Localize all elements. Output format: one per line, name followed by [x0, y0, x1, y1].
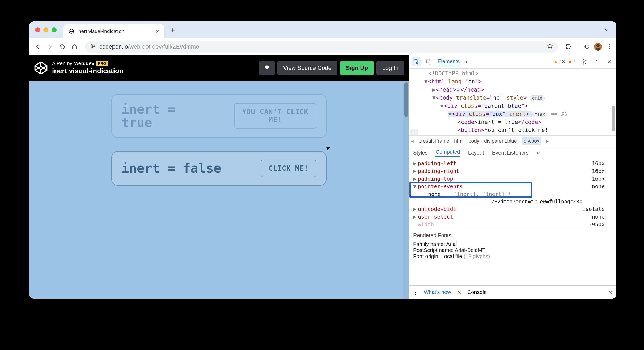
- page-viewport: A Pen by web.dev PRO inert visual-indica…: [29, 55, 409, 299]
- love-button[interactable]: [259, 61, 275, 75]
- svg-rect-16: [429, 61, 431, 64]
- window-traffic-lights: [35, 27, 57, 32]
- svg-point-9: [596, 44, 600, 47]
- computed-props[interactable]: ▶padding-left16px ▶padding-right16px ▶pa…: [409, 159, 616, 229]
- profile-avatar[interactable]: [594, 43, 602, 51]
- svg-point-8: [91, 46, 93, 48]
- inert-false-button[interactable]: CLICK ME!: [261, 160, 316, 177]
- address-bar[interactable]: codepen.io/web-dot-dev/full/ZEvdmmo: [85, 41, 558, 53]
- font-family-row: Family name: Arial: [413, 241, 612, 247]
- crumbs-scroll-right[interactable]: ▸: [546, 138, 549, 144]
- site-info-icon[interactable]: [90, 43, 96, 50]
- layout-tab[interactable]: Layout: [468, 150, 484, 156]
- tab-title: inert visual-indication: [77, 28, 152, 34]
- issues-count[interactable]: ■7: [569, 59, 575, 65]
- back-button[interactable]: [34, 43, 41, 50]
- prop-row: ▶padding-right16px: [409, 167, 616, 175]
- close-window-button[interactable]: [35, 27, 40, 32]
- home-button[interactable]: [71, 43, 78, 50]
- highlight-box: [409, 182, 532, 198]
- separator: [578, 43, 578, 50]
- svg-rect-10: [596, 48, 600, 51]
- browser-tab[interactable]: inert visual-indication ✕: [63, 24, 164, 38]
- inspect-element-button[interactable]: [412, 57, 421, 66]
- rendered-fonts-title: Rendered Fonts: [413, 232, 612, 238]
- svg-point-17: [583, 61, 584, 63]
- computed-tab[interactable]: Computed: [435, 149, 460, 157]
- crumb-parent[interactable]: div.parent.blue: [484, 138, 517, 144]
- elements-tab[interactable]: Elements: [437, 57, 460, 66]
- extensions-button[interactable]: [565, 43, 572, 50]
- devtools-drawer: ⋮ What's new ✕ Console ✕: [409, 285, 616, 299]
- crumbs-scroll-left[interactable]: ◂: [411, 138, 414, 144]
- google-account-icon[interactable]: G: [584, 43, 589, 50]
- browser-toolbar: codepen.io/web-dot-dev/full/ZEvdmmo G ⋮: [29, 38, 616, 55]
- styles-subtabs: Styles Computed Layout Event Listeners »: [409, 147, 616, 159]
- chrome-window: inert visual-indication ✕ ＋ codepen.io/w…: [29, 21, 616, 299]
- devtools-close-button[interactable]: ✕: [605, 57, 614, 66]
- codepen-header: A Pen by web.dev PRO inert visual-indica…: [29, 55, 409, 81]
- content-split: A Pen by web.dev PRO inert visual-indica…: [29, 55, 616, 299]
- mouse-cursor-icon: ➤: [324, 143, 332, 152]
- devtools-menu-button[interactable]: ⋮: [592, 57, 601, 66]
- device-toolbar-button[interactable]: [424, 57, 433, 66]
- tabs-dropdown-button[interactable]: [600, 24, 612, 36]
- prop-row: ▶user-selectnone: [409, 213, 616, 221]
- crumb-box[interactable]: div.box: [522, 137, 541, 145]
- warning-icon: ▲: [553, 59, 558, 65]
- pen-name: inert visual-indication: [52, 67, 124, 76]
- devtools-scrollbar-thumb[interactable]: [612, 106, 615, 131]
- byline-prefix: A Pen by: [52, 60, 72, 67]
- new-tab-button[interactable]: ＋: [169, 25, 176, 35]
- crumb-iframe[interactable]: :.result-iframe: [418, 138, 449, 144]
- inert-true-box: inert =true YOU CAN'T CLICKME!: [111, 94, 327, 138]
- more-tabs-button[interactable]: »: [464, 58, 467, 65]
- whats-new-close[interactable]: ✕: [457, 289, 461, 296]
- codepen-logo-icon[interactable]: [33, 61, 48, 75]
- reload-button[interactable]: [58, 43, 66, 50]
- view-source-button[interactable]: View Source Code: [277, 61, 337, 75]
- prop-row: ▶padding-left16px: [409, 160, 616, 167]
- prop-row: width395px: [409, 221, 616, 228]
- devtools-body: <!DOCTYPE html> ▼<html lang="en"> ▶<head…: [409, 69, 616, 299]
- devtools-panel: Elements » ▲13 ■7 ⋮ ✕ <!DOCTYPE html> ▼<…: [409, 55, 616, 299]
- dom-overflow-indicator: ⋯: [410, 129, 418, 135]
- pen-author-link[interactable]: web.dev: [74, 60, 94, 67]
- signup-button[interactable]: Sign Up: [340, 61, 374, 75]
- dom-tree[interactable]: <!DOCTYPE html> ▼<html lang="en"> ▶<head…: [409, 69, 616, 136]
- page-scrollbar-thumb[interactable]: [404, 82, 408, 117]
- issue-icon: ■: [569, 59, 571, 65]
- styles-more-tabs[interactable]: »: [537, 149, 540, 156]
- chevron-down-icon: [604, 27, 609, 32]
- pen-title-block: A Pen by web.dev PRO inert visual-indica…: [52, 60, 124, 76]
- console-tab[interactable]: Console: [467, 289, 487, 295]
- warnings-count[interactable]: ▲13: [553, 59, 565, 65]
- prop-source-link[interactable]: ZEvdmmo?anon=tr…ew=fullpage:30: [472, 198, 616, 206]
- heart-icon: [264, 64, 270, 70]
- event-listeners-tab[interactable]: Event Listeners: [492, 150, 529, 156]
- tab-close-icon[interactable]: ✕: [156, 28, 160, 34]
- chrome-menu-button[interactable]: ⋮: [607, 43, 612, 50]
- login-button[interactable]: Log In: [376, 61, 404, 75]
- devtools-settings-button[interactable]: [579, 57, 588, 66]
- rendered-fonts-section: Rendered Fonts Family name: Arial PostSc…: [409, 229, 616, 263]
- crumb-html[interactable]: html: [454, 138, 464, 144]
- grid-badge[interactable]: grid: [530, 95, 545, 101]
- minimize-window-button[interactable]: [43, 27, 48, 32]
- breadcrumbs[interactable]: ◂ :.result-iframe html body div.parent.b…: [409, 136, 616, 147]
- whats-new-tab[interactable]: What's new: [424, 289, 451, 295]
- tabstrip: inert visual-indication ✕ ＋: [29, 21, 616, 38]
- bookmark-star-icon[interactable]: [547, 43, 553, 51]
- font-postscript-row: PostScript name: Arial-BoldMT: [413, 247, 612, 253]
- drawer-close-button[interactable]: ✕: [608, 289, 613, 296]
- svg-rect-5: [94, 45, 95, 46]
- url-text: codepen.io/web-dot-dev/full/ZEvdmmo: [99, 43, 543, 50]
- forward-button[interactable]: [46, 43, 54, 50]
- flex-badge[interactable]: flex: [532, 112, 547, 117]
- drawer-menu-button[interactable]: ⋮: [413, 289, 418, 296]
- crumb-body[interactable]: body: [468, 138, 479, 144]
- maximize-window-button[interactable]: [52, 27, 57, 32]
- page-content: inert =true YOU CAN'T CLICKME! inert = f…: [29, 81, 409, 299]
- pen-byline: A Pen by web.dev PRO: [52, 60, 124, 67]
- styles-tab[interactable]: Styles: [413, 150, 427, 156]
